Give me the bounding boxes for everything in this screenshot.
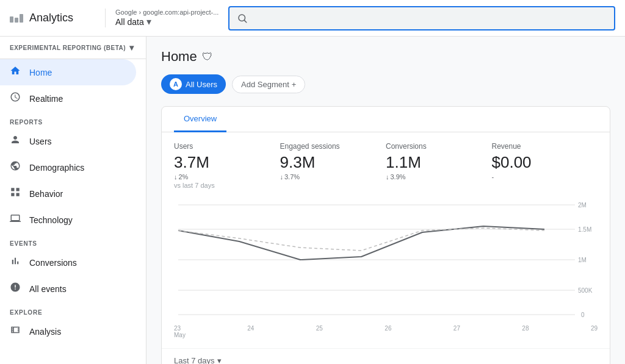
svg-text:0: 0: [581, 312, 585, 318]
technology-icon: [10, 213, 21, 227]
stat-engaged-change: ↓ 3.7%: [280, 173, 386, 180]
x-label-27: 27: [453, 325, 460, 338]
beta-chevron-icon: ▾: [129, 43, 134, 52]
card-tabs: Overview: [162, 107, 610, 132]
all-users-chip[interactable]: A All Users: [161, 74, 226, 94]
add-segment-button[interactable]: Add Segment +: [232, 76, 305, 93]
property-name[interactable]: All data ▾: [115, 16, 219, 27]
page-title: Home 🛡: [161, 49, 610, 65]
svg-rect-5: [16, 193, 20, 196]
stat-conversions-change: ↓ 3.9%: [386, 173, 492, 180]
stat-conversions-label: Conversions: [386, 142, 492, 151]
app-title: Analytics: [29, 12, 73, 24]
users-icon: [10, 134, 21, 148]
x-label-29: 29: [591, 325, 598, 338]
property-selector[interactable]: Google › google.com:api-project-... All …: [105, 9, 219, 27]
x-label-23: 23 May: [174, 325, 186, 338]
stat-users-change: ↓ 2%: [174, 173, 280, 180]
events-section-label: EVENTS: [0, 233, 146, 249]
stat-conversions: Conversions 1.1M ↓ 3.9%: [386, 142, 492, 194]
sidebar-item-home[interactable]: Home: [0, 59, 136, 85]
svg-rect-4: [11, 193, 14, 196]
analytics-logo-icon: [10, 14, 23, 23]
search-icon: [237, 13, 248, 24]
stat-revenue: Revenue $0.00 -: [492, 142, 598, 194]
search-bar[interactable]: [228, 6, 615, 30]
svg-text:2M: 2M: [578, 202, 587, 209]
stat-conversions-value: 1.1M: [386, 153, 492, 172]
all-events-icon: [10, 282, 21, 296]
explore-section-label: EXPLORE: [0, 302, 146, 318]
segment-bar: A All Users Add Segment +: [161, 74, 610, 94]
x-label-25: 25: [316, 325, 323, 338]
shield-icon: 🛡: [202, 51, 213, 63]
sidebar-beta-label[interactable]: EXPERIMENTAL REPORTING (BETA) ▾: [0, 37, 146, 59]
x-labels: 23 May 24 25 26 27: [174, 323, 598, 338]
chart-area: 2M 1.5M 1M 500K 0 23 May: [162, 199, 610, 348]
app-body: EXPERIMENTAL REPORTING (BETA) ▾ Home Rea…: [0, 37, 625, 364]
reports-section-label: REPORTS: [0, 112, 146, 128]
sidebar-item-all-events[interactable]: All events: [0, 276, 136, 302]
stat-revenue-value: $0.00: [492, 153, 598, 172]
stat-revenue-label: Revenue: [492, 142, 598, 151]
realtime-icon: [10, 91, 21, 105]
sidebar-item-realtime[interactable]: Realtime: [0, 85, 136, 112]
svg-line-1: [245, 20, 247, 22]
svg-text:1M: 1M: [578, 257, 587, 263]
plus-icon: +: [292, 80, 297, 89]
sidebar-item-demographics[interactable]: Demographics: [0, 154, 136, 180]
stats-card: Overview Users 3.7M ↓ 2% vs last 7 days …: [161, 106, 610, 364]
logo-area: Analytics: [10, 12, 95, 24]
line-chart: 2M 1.5M 1M 500K 0: [174, 199, 598, 321]
demographics-icon: [10, 160, 21, 174]
sidebar-item-conversions[interactable]: Conversions: [0, 249, 136, 276]
arrow-down-icon-2: ↓: [280, 173, 284, 180]
svg-rect-2: [11, 188, 14, 191]
property-chevron-icon: ▾: [146, 16, 151, 27]
app-header: Analytics Google › google.com:api-projec…: [0, 0, 625, 37]
x-label-24: 24: [247, 325, 254, 338]
stat-engaged: Engaged sessions 9.3M ↓ 3.7%: [280, 142, 386, 194]
stat-engaged-label: Engaged sessions: [280, 142, 386, 151]
behavior-icon: [10, 187, 21, 201]
x-label-26: 26: [385, 325, 391, 338]
svg-text:500K: 500K: [578, 287, 593, 294]
chip-avatar: A: [170, 78, 182, 90]
stat-revenue-dash: -: [492, 173, 598, 180]
sidebar-item-technology[interactable]: Technology: [0, 207, 136, 233]
vs-label: vs last 7 days: [174, 182, 280, 194]
stat-users-label: Users: [174, 142, 280, 151]
time-range-chevron-icon: ▾: [217, 356, 222, 364]
stat-users: Users 3.7M ↓ 2% vs last 7 days: [174, 142, 280, 194]
arrow-down-icon-3: ↓: [386, 173, 389, 180]
conversions-icon: [10, 255, 21, 269]
property-path: Google › google.com:api-project-...: [115, 9, 219, 16]
search-input[interactable]: [253, 13, 607, 23]
time-range-selector[interactable]: Last 7 days ▾: [162, 348, 610, 364]
sidebar-item-behavior[interactable]: Behavior: [0, 180, 136, 207]
card-tab-overview[interactable]: Overview: [174, 107, 226, 132]
sidebar: EXPERIMENTAL REPORTING (BETA) ▾ Home Rea…: [0, 37, 146, 364]
stat-engaged-value: 9.3M: [280, 153, 386, 172]
arrow-down-icon: ↓: [174, 173, 178, 180]
sidebar-item-users[interactable]: Users: [0, 128, 136, 154]
stats-row: Users 3.7M ↓ 2% vs last 7 days Engaged s…: [162, 132, 610, 199]
analysis-icon: [10, 324, 21, 338]
home-icon: [10, 65, 21, 79]
svg-rect-3: [16, 188, 20, 191]
sidebar-item-analysis[interactable]: Analysis: [0, 318, 136, 344]
main-content: Home 🛡 A All Users Add Segment + Overvie…: [146, 37, 625, 364]
svg-text:1.5M: 1.5M: [578, 226, 591, 233]
stat-users-value: 3.7M: [174, 153, 280, 172]
x-label-28: 28: [522, 325, 529, 338]
